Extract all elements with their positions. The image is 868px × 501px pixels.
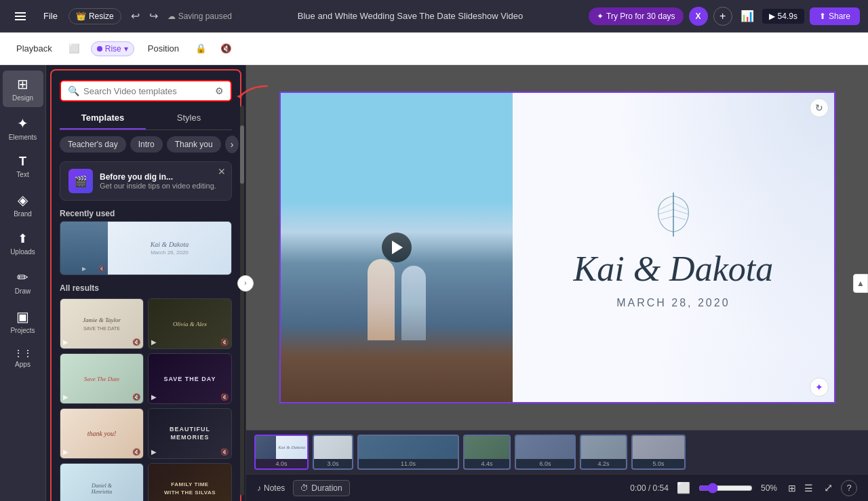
animation-tag[interactable]: Rise ▾	[91, 41, 134, 56]
hide-panel-button[interactable]: ›	[237, 275, 254, 292]
sidebar-item-text[interactable]: T Text	[3, 149, 43, 184]
toolbar: Playback ⬜ Rise ▾ Position 🔒 🔇	[0, 33, 868, 65]
top-bar: File 👑 Resize ↩ ↪ ☁ Saving paused Blue a…	[0, 0, 868, 33]
share-icon: ⬆	[819, 12, 826, 21]
sidebar-item-design[interactable]: ⊞ Design	[3, 71, 43, 107]
result-thumb-2: Olivia & Alex	[149, 299, 231, 348]
template-panel: 🔍 ⚙ Templates Styles Teach	[46, 65, 246, 501]
clip-preview-7	[633, 436, 684, 459]
chip-more-button[interactable]: ›	[225, 136, 239, 153]
resize-button[interactable]: 👑 Resize	[68, 8, 121, 24]
arrow-indicator	[237, 83, 271, 106]
search-area: 🔍 ⚙	[53, 72, 239, 107]
chip-teachers-day[interactable]: Teacher's day	[60, 136, 126, 153]
promo-close-button[interactable]: ✕	[218, 166, 226, 177]
sidebar-item-projects[interactable]: ▣ Projects	[3, 303, 43, 340]
beach-bg	[281, 93, 513, 402]
canvas-container: Kai & Dakota MARCH 28, 2020 ↻ ✦	[246, 65, 868, 430]
svg-marker-0	[237, 94, 242, 99]
tab-templates[interactable]: Templates	[60, 107, 146, 129]
clip-duration-7: 5.0s	[633, 459, 684, 468]
result-item[interactable]: Save The Date ▶ 🔇	[60, 353, 144, 404]
sidebar-item-brand[interactable]: ◈ Brand	[3, 186, 43, 223]
canvas-refresh-button[interactable]: ↻	[810, 98, 829, 117]
sidebar-item-apps[interactable]: ⋮⋮ Apps	[3, 342, 43, 374]
timeline-clip[interactable]: 5.0s	[631, 435, 686, 470]
sidebar-item-draw[interactable]: ✏ Draw	[3, 264, 43, 300]
collapse-panel-button[interactable]: ▲	[853, 274, 868, 293]
scrollbar-thumb[interactable]	[240, 125, 244, 184]
tab-styles[interactable]: Styles	[146, 107, 232, 129]
sidebar-item-elements[interactable]: ✦ Elements	[3, 110, 43, 146]
notes-icon: ♪	[257, 483, 261, 493]
lock-button[interactable]: 🔒	[193, 41, 210, 56]
duration-button[interactable]: ⏱ Duration	[293, 480, 349, 496]
notes-button[interactable]: ♪ Notes	[257, 483, 285, 493]
play-icon: ▶	[63, 393, 68, 401]
result-item[interactable]: BEAUTIFULMEMORIES ▶ 🔇	[148, 408, 232, 459]
filter-button[interactable]: ⚙	[215, 85, 224, 96]
result-item[interactable]: SAVE THE DAY ▶ 🔇	[148, 353, 232, 404]
play-icon: ▶	[151, 338, 157, 346]
result-thumb-7: Daniel &Henrietta	[60, 464, 143, 501]
timeline-clip[interactable]: 3.0s	[313, 435, 353, 470]
clip-duration-5: 6.0s	[516, 459, 574, 468]
promo-text: Before you dig in... Get our inside tips…	[100, 172, 216, 190]
leaf-decoration	[653, 186, 694, 243]
chip-thank-you[interactable]: Thank you	[167, 136, 221, 153]
user-avatar[interactable]: X	[689, 7, 708, 26]
timeline-clip[interactable]: 6.0s	[515, 435, 576, 470]
mute-button[interactable]: 🔇	[218, 41, 235, 56]
sidebar-item-uploads[interactable]: ⬆ Uploads	[3, 226, 43, 261]
shield-button[interactable]: ⬜	[66, 41, 83, 56]
chips-row: Teacher's day Intro Thank you ›	[53, 130, 239, 159]
svg-line-7	[661, 216, 673, 220]
result-item[interactable]: FAMILY TIMEWITH THE SILVAS ▶ 🔇	[148, 463, 232, 501]
hamburger-icon	[12, 9, 28, 23]
zoom-slider[interactable]	[698, 483, 753, 494]
file-menu-button[interactable]: File	[38, 8, 63, 24]
play-icon: ▶	[151, 393, 157, 401]
fullscreen-button[interactable]: ⤢	[824, 481, 833, 494]
chip-intro[interactable]: Intro	[130, 136, 163, 153]
result-item[interactable]: Daniel &Henrietta ▶ 🔇	[60, 463, 144, 501]
hamburger-menu-button[interactable]	[8, 7, 33, 26]
clip-preview-1: Kai & Dakota	[256, 436, 307, 459]
play-icon: ▶	[769, 12, 775, 21]
cloud-icon: ☁	[167, 12, 176, 21]
crown-icon: 👑	[76, 12, 86, 21]
timeline-clip[interactable]: 4.2s	[580, 435, 627, 470]
list-view-button[interactable]: ☰	[802, 481, 816, 495]
position-button[interactable]: Position	[142, 41, 184, 56]
result-item[interactable]: Jamie & Taylor SAVE THE DATE ▶ 🔇	[60, 298, 144, 349]
help-button[interactable]: ?	[841, 480, 857, 496]
clip-duration-6: 4.2s	[581, 459, 626, 468]
timeline-clip[interactable]: Kai & Dakota 4.0s	[254, 435, 309, 470]
result-item[interactable]: thank you! ▶ 🔇	[60, 408, 144, 459]
leaf-svg	[653, 186, 694, 240]
canvas-magic-button[interactable]: ✦	[810, 378, 829, 397]
document-title: Blue and White Wedding Save The Date Sli…	[237, 11, 583, 21]
result-item[interactable]: Olivia & Alex ▶ 🔇	[148, 298, 232, 349]
apps-icon: ⋮⋮	[14, 348, 33, 359]
redo-button[interactable]: ↪	[145, 7, 162, 25]
screen-size-button[interactable]: ⬜	[677, 481, 690, 494]
recently-used-item[interactable]: ▶ 🔇 Kai & Dakota March 28, 2020	[60, 221, 232, 275]
add-collaborator-button[interactable]: +	[713, 7, 732, 26]
analytics-button[interactable]: 📊	[738, 7, 757, 25]
canvas-content: Kai & Dakota MARCH 28, 2020 ↻ ✦	[281, 93, 834, 402]
playback-button[interactable]: Playback	[11, 41, 58, 56]
play-button[interactable]	[382, 233, 412, 262]
search-input[interactable]	[83, 86, 211, 96]
timeline-clip[interactable]: 11.0s	[357, 435, 459, 470]
svg-line-5	[660, 203, 673, 209]
play-preview-button[interactable]: ▶ 54.9s	[762, 9, 804, 24]
result-thumb-5: thank you!	[60, 409, 143, 458]
results-grid: Jamie & Taylor SAVE THE DATE ▶ 🔇 Olivia …	[53, 296, 239, 501]
timeline-clip[interactable]: 4.4s	[463, 435, 511, 470]
try-pro-button[interactable]: ✦ Try Pro for 30 days	[589, 7, 684, 25]
undo-button[interactable]: ↩	[127, 7, 144, 25]
grid-view-button[interactable]: ⊞	[785, 481, 799, 495]
play-triangle-icon	[392, 241, 403, 254]
share-button[interactable]: ⬆ Share	[810, 7, 860, 25]
